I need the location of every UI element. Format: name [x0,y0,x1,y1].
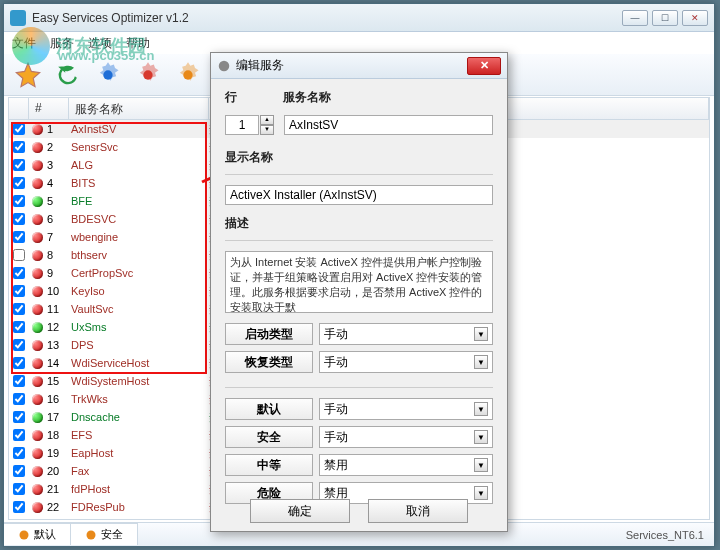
level-medium-label: 中等 [225,454,313,476]
ok-button[interactable]: 确定 [250,499,350,523]
row-checkbox[interactable] [13,357,25,369]
status-text: Services_NT6.1 [626,529,714,541]
status-dot-icon [32,178,43,189]
row-checkbox[interactable] [13,213,25,225]
maximize-button[interactable]: ☐ [652,10,678,26]
level-default-combo[interactable]: 手动▼ [319,398,493,420]
row-checkbox[interactable] [13,465,25,477]
col-name[interactable]: 服务名称 [69,98,209,119]
status-dot-icon [32,430,43,441]
row-number: 21 [47,483,59,495]
level-safe-combo[interactable]: 手动▼ [319,426,493,448]
service-name-input[interactable] [284,115,493,135]
status-dot-icon [32,142,43,153]
row-checkbox[interactable] [13,429,25,441]
row-checkbox[interactable] [13,195,25,207]
service-name: AxInstSV [69,123,209,135]
titlebar: Easy Services Optimizer v1.2 — ☐ ✕ [4,4,714,32]
row-checkbox[interactable] [13,123,25,135]
menu-services[interactable]: 服务 [50,35,74,52]
row-checkbox[interactable] [13,411,25,423]
recovery-type-label: 恢复类型 [225,351,313,373]
service-name: DPS [69,339,209,351]
status-tab-safe[interactable]: 安全 [71,523,138,545]
row-label: 行 [225,89,283,106]
menubar: 文件 服务 选项 帮助 [4,32,714,54]
startup-type-combo[interactable]: 手动▼ [319,323,493,345]
status-dot-icon [32,160,43,171]
service-name: KeyIso [69,285,209,297]
level-default-label: 默认 [225,398,313,420]
service-name: EFS [69,429,209,441]
row-checkbox[interactable] [13,249,25,261]
favorite-button[interactable] [10,58,46,92]
chevron-down-icon: ▼ [474,327,488,341]
row-number: 5 [47,195,53,207]
status-dot-icon [32,448,43,459]
service-name: EapHost [69,447,209,459]
service-name: UxSms [69,321,209,333]
row-checkbox[interactable] [13,285,25,297]
row-checkbox[interactable] [13,447,25,459]
row-number: 1 [47,123,53,135]
row-checkbox[interactable] [13,303,25,315]
startup-type-label: 启动类型 [225,323,313,345]
status-dot-icon [32,484,43,495]
row-number-input[interactable] [225,115,259,135]
recovery-type-combo[interactable]: 手动▼ [319,351,493,373]
close-button[interactable]: ✕ [682,10,708,26]
row-number: 7 [47,231,53,243]
service-name: WdiServiceHost [69,357,209,369]
chevron-down-icon: ▼ [474,402,488,416]
row-number: 4 [47,177,53,189]
col-number[interactable]: # [29,98,69,119]
row-number: 17 [47,411,59,423]
row-checkbox[interactable] [13,267,25,279]
gear-icon [217,59,231,73]
status-tab-default[interactable]: 默认 [4,523,71,545]
row-number: 20 [47,465,59,477]
menu-options[interactable]: 选项 [88,35,112,52]
gear-blue-button[interactable] [90,58,126,92]
display-name-input[interactable] [225,185,493,205]
row-checkbox[interactable] [13,339,25,351]
gear-red-button[interactable] [130,58,166,92]
row-number: 2 [47,141,53,153]
status-dot-icon [32,214,43,225]
svg-point-3 [20,530,29,539]
row-checkbox[interactable] [13,177,25,189]
row-checkbox[interactable] [13,393,25,405]
spin-up-button[interactable]: ▲ [260,115,274,125]
description-box[interactable]: 为从 Internet 安装 ActiveX 控件提供用户帐户控制验证，并基于组… [225,251,493,313]
service-name: TrkWks [69,393,209,405]
service-name: fdPHost [69,483,209,495]
description-label: 描述 [225,215,493,232]
gear-orange-button[interactable] [170,58,206,92]
minimize-button[interactable]: — [622,10,648,26]
service-name: CertPropSvc [69,267,209,279]
window-title: Easy Services Optimizer v1.2 [32,11,189,25]
cancel-button[interactable]: 取消 [368,499,468,523]
row-checkbox[interactable] [13,231,25,243]
row-checkbox[interactable] [13,501,25,513]
row-checkbox[interactable] [13,321,25,333]
row-checkbox[interactable] [13,483,25,495]
status-dot-icon [32,340,43,351]
service-name-label: 服务名称 [283,89,493,106]
menu-help[interactable]: 帮助 [126,35,150,52]
row-checkbox[interactable] [13,141,25,153]
service-name: SensrSvc [69,141,209,153]
row-number: 9 [47,267,53,279]
row-checkbox[interactable] [13,159,25,171]
row-number: 3 [47,159,53,171]
status-dot-icon [32,124,43,135]
service-name: ALG [69,159,209,171]
level-medium-combo[interactable]: 禁用▼ [319,454,493,476]
row-checkbox[interactable] [13,375,25,387]
row-number: 8 [47,249,53,261]
dialog-close-button[interactable]: ✕ [467,57,501,75]
status-dot-icon [32,304,43,315]
menu-file[interactable]: 文件 [12,35,36,52]
refresh-button[interactable] [50,58,86,92]
spin-down-button[interactable]: ▼ [260,125,274,135]
